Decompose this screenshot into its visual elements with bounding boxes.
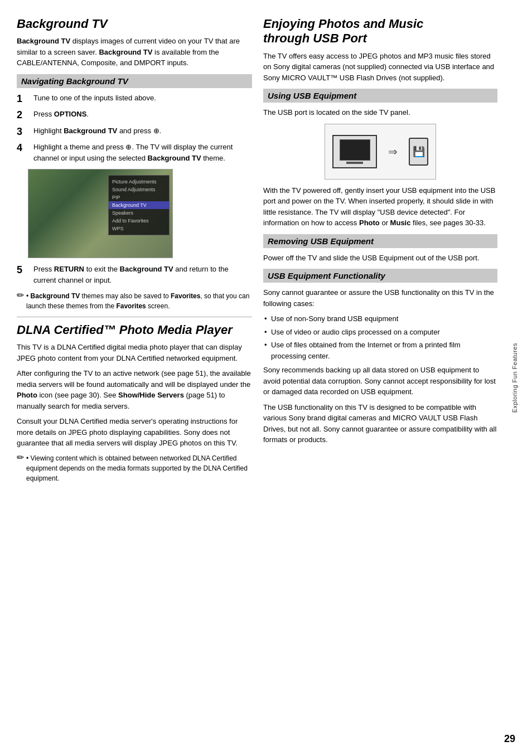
usb-arrow: ⇒ <box>388 145 398 158</box>
side-tab: Exploring Fun Features <box>509 17 521 739</box>
note-dlna-icon: ✏ <box>17 453 24 483</box>
right-column: Enjoying Photos and Musicthrough USB Por… <box>263 17 497 739</box>
menu-item-speakers: Speakers <box>109 209 169 217</box>
menu-item-pip: PIP <box>109 193 169 201</box>
functionality-bullets: Use of non-Sony brand USB equipment Use … <box>263 313 497 361</box>
tv-screenshot: Picture Adjustments Sound Adjustments PI… <box>28 169 173 258</box>
step-5: 5 Press RETURN to exit the Background TV… <box>17 264 252 285</box>
removing-usb-title: Removing USB Equipment <box>263 234 497 248</box>
page-number: 29 <box>504 733 515 745</box>
bullet-1: Use of non-Sony brand USB equipment <box>263 313 497 324</box>
background-tv-bold1: Background TV <box>17 37 70 45</box>
functionality-title: USB Equipment Functionality <box>263 269 497 283</box>
steps-list-2: 5 Press RETURN to exit the Background TV… <box>17 264 252 285</box>
using-usb-para: The USB port is located on the side TV p… <box>263 107 497 118</box>
removing-usb-para: Power off the TV and slide the USB Equip… <box>263 253 497 264</box>
step-4: 4 Highlight a theme and press ⊕. The TV … <box>17 142 252 163</box>
nav-background-tv-title: Navigating Background TV <box>17 74 252 88</box>
menu-item-add-favorites: Add to Favorites <box>109 217 169 225</box>
side-tab-text: Exploring Fun Features <box>511 343 518 413</box>
note-background-tv: ✏ • Background TV themes may also be sav… <box>17 291 252 311</box>
note-background-tv-text: • Background TV themes may also be saved… <box>26 291 252 311</box>
tv-diagram-stand <box>346 162 363 164</box>
note-dlna-text: • Viewing content which is obtained betw… <box>26 453 252 483</box>
enjoying-title: Enjoying Photos and Musicthrough USB Por… <box>263 17 497 46</box>
dlna-title: DLNA Certified™ Photo Media Player <box>17 323 252 337</box>
menu-item-sound: Sound Adjustments <box>109 186 169 193</box>
functionality-para2: Sony recommends backing up all data stor… <box>263 365 497 398</box>
enjoying-para1: The TV offers easy access to JPEG photos… <box>263 51 497 84</box>
left-column: Background TV Background TV displays ima… <box>17 17 252 739</box>
tv-screenshot-bg: Picture Adjustments Sound Adjustments PI… <box>28 169 172 258</box>
step-2: 2 Press OPTIONS. <box>17 109 252 122</box>
functionality-para1: Sony cannot guarantee or assure the USB … <box>263 287 497 309</box>
functionality-para3: The USB functionality on this TV is desi… <box>263 402 497 445</box>
steps-list: 1 Tune to one of the inputs listed above… <box>17 93 252 163</box>
menu-item-background-tv: Background TV <box>109 201 169 209</box>
dlna-para3: Consult your DLNA Certified media server… <box>17 416 252 449</box>
using-usb-title: Using USB Equipment <box>263 89 497 103</box>
step-3: 3 Highlight Background TV and press ⊕. <box>17 125 252 138</box>
menu-overlay: Picture Adjustments Sound Adjustments PI… <box>108 175 170 235</box>
tv-diagram-screen <box>340 139 370 161</box>
bullet-2: Use of video or audio clips processed on… <box>263 327 497 338</box>
tv-diagram-box <box>332 135 377 168</box>
background-tv-title: Background TV <box>17 17 252 31</box>
dlna-para2: After configuring the TV to an active ne… <box>17 368 252 411</box>
background-tv-bold2: Background TV <box>99 48 152 56</box>
usb-diagram: ⇒ 💾 <box>325 124 436 180</box>
step-1: 1 Tune to one of the inputs listed above… <box>17 93 252 105</box>
menu-item-picture: Picture Adjustments <box>109 178 169 186</box>
dlna-para1: This TV is a DLNA Certified digital medi… <box>17 342 252 364</box>
usb-device-icon: 💾 <box>409 138 428 166</box>
divider-1 <box>17 317 252 317</box>
bullet-3: Use of files obtained from the Internet … <box>263 340 497 361</box>
background-tv-intro: Background TV displays images of current… <box>17 36 252 69</box>
usb-insert-para: With the TV powered off, gently insert y… <box>263 185 497 229</box>
note-icon: ✏ <box>17 291 24 311</box>
note-dlna: ✏ • Viewing content which is obtained be… <box>17 453 252 483</box>
menu-item-wps: WPS <box>109 225 169 232</box>
